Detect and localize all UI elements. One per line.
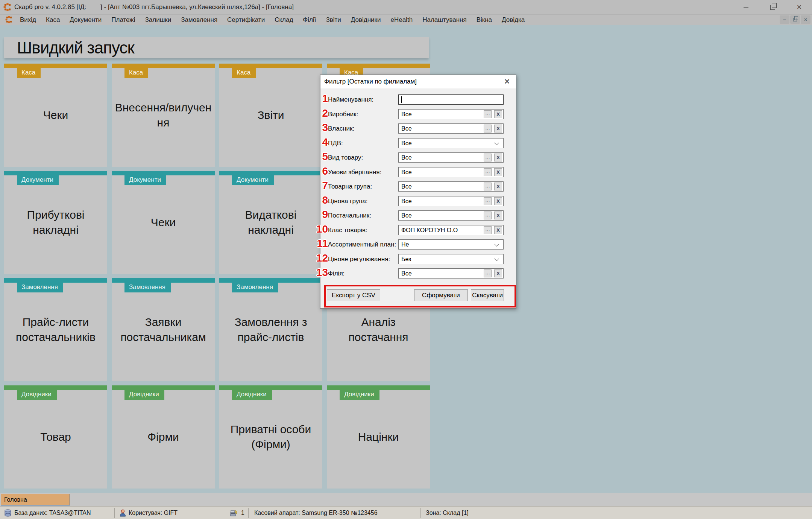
menu-item[interactable]: eHealth bbox=[386, 15, 418, 25]
menu-items: ВихідКасаДокументиПлатежіЗалишкиЗамовлен… bbox=[15, 15, 530, 25]
clear-x-button[interactable]: X bbox=[494, 154, 502, 161]
menu-item[interactable]: Довідка bbox=[497, 15, 530, 25]
menu-item[interactable]: Платежі bbox=[106, 15, 140, 25]
text-cursor bbox=[401, 96, 402, 103]
dialog-close-button[interactable]: × bbox=[500, 75, 514, 88]
cancel-button[interactable]: Скасувати bbox=[471, 289, 504, 301]
tile[interactable]: КасаЗвіти bbox=[219, 64, 322, 167]
dialog-field-row: 5Вид товару:Все…X bbox=[320, 152, 516, 163]
clear-x-button[interactable]: X bbox=[494, 168, 502, 176]
picker-field[interactable]: Все…X bbox=[398, 210, 504, 221]
picker-field[interactable]: Все…X bbox=[398, 109, 504, 119]
page-title: Швидкий запуск bbox=[17, 37, 134, 58]
clear-x-button[interactable]: X bbox=[494, 197, 502, 205]
menu-item[interactable]: Документи bbox=[65, 15, 106, 25]
menu-item[interactable]: Замовлення bbox=[176, 15, 222, 25]
cash-register-icon bbox=[229, 509, 238, 517]
tab-golovna[interactable]: Головна bbox=[1, 494, 70, 505]
picker-field[interactable]: Все…X bbox=[398, 268, 504, 279]
mdi-minimize-button[interactable]: – bbox=[780, 15, 789, 24]
menu-item[interactable]: Довідники bbox=[346, 15, 386, 25]
tile[interactable]: ДовідникиНацінки bbox=[327, 385, 430, 489]
minimize-icon bbox=[744, 7, 748, 8]
menu-item[interactable]: Каса bbox=[41, 15, 65, 25]
ellipsis-picker-button[interactable]: … bbox=[484, 269, 492, 277]
picker-field[interactable]: Все…X bbox=[398, 123, 504, 134]
tile[interactable]: ДовідникиТовар bbox=[4, 385, 107, 489]
tile[interactable]: ДовідникиПриватні особи (Фірми) bbox=[219, 385, 322, 489]
clear-x-button[interactable]: X bbox=[494, 110, 502, 118]
clear-x-button[interactable]: X bbox=[494, 212, 502, 219]
picker-field[interactable]: Все…X bbox=[398, 196, 504, 206]
tabstrip: Головна bbox=[0, 493, 812, 506]
ellipsis-picker-button[interactable]: … bbox=[484, 212, 492, 219]
form-button[interactable]: Сформувати bbox=[414, 289, 468, 301]
clear-x-button[interactable]: X bbox=[494, 183, 502, 190]
tile-label: Заявки постачальникам bbox=[112, 278, 215, 381]
dialog-field-row: 4ПДВ:Все bbox=[320, 138, 516, 148]
dropdown-field[interactable]: Все bbox=[398, 138, 504, 148]
menu-item[interactable]: Залишки bbox=[140, 15, 176, 25]
clear-x-button[interactable]: X bbox=[494, 226, 502, 234]
mdi-controls: – × bbox=[779, 15, 810, 24]
tile[interactable]: ДокументиЧеки bbox=[112, 171, 215, 274]
tile[interactable]: ЗамовленняПрайс-листи постачальників bbox=[4, 278, 107, 381]
tile[interactable]: ДокументиВидаткові накладні bbox=[219, 171, 322, 274]
restore-icon bbox=[770, 5, 775, 10]
text-input[interactable] bbox=[398, 94, 504, 105]
ellipsis-picker-button[interactable]: … bbox=[484, 183, 492, 190]
dropdown-field[interactable]: Без bbox=[398, 254, 504, 264]
menu-item[interactable]: Вікна bbox=[472, 15, 497, 25]
dialog-field-row: 10Клас товарів:ФОП КОРОТУН О.О…X bbox=[320, 225, 516, 235]
picker-field[interactable]: Все…X bbox=[398, 181, 504, 192]
menu-item[interactable]: Налаштування bbox=[417, 15, 472, 25]
minimize-button[interactable] bbox=[737, 0, 754, 14]
app-logo-icon bbox=[3, 3, 12, 11]
filter-dialog: Фильтр [Остатки по филиалам] × 1Найменув… bbox=[320, 75, 516, 309]
ellipsis-picker-button[interactable]: … bbox=[484, 197, 492, 205]
annotation-number: 3 bbox=[313, 122, 328, 134]
ellipsis-picker-button[interactable]: … bbox=[484, 110, 492, 118]
tile-label: Замовлення з прайс-листів bbox=[219, 278, 322, 381]
status-separator bbox=[114, 508, 115, 518]
tile-label: Чеки bbox=[4, 64, 107, 167]
tile[interactable]: ДокументиПрибуткові накладні bbox=[4, 171, 107, 274]
field-value: Все bbox=[401, 110, 412, 119]
menu-item[interactable]: Сертифікати bbox=[222, 15, 270, 25]
export-csv-button[interactable]: Експорт у CSV bbox=[327, 289, 380, 301]
dialog-title: Фильтр [Остатки по филиалам] bbox=[324, 75, 417, 88]
tile[interactable]: КасаВнесення/вилучен ня bbox=[112, 64, 215, 167]
menu-item[interactable]: Звіти bbox=[321, 15, 346, 25]
field-value: Без bbox=[401, 254, 411, 264]
field-label: Власник: bbox=[328, 123, 354, 134]
app-window: Скарб pro v. 4.0.2.85 [ІД: ] - [Апт №003… bbox=[0, 0, 812, 519]
field-value: Все bbox=[401, 196, 412, 206]
clear-x-button[interactable]: X bbox=[494, 269, 502, 277]
dialog-titlebar[interactable]: Фильтр [Остатки по филиалам] × bbox=[320, 75, 516, 88]
clear-x-button[interactable]: X bbox=[494, 125, 502, 132]
picker-field[interactable]: Все…X bbox=[398, 152, 504, 163]
mdi-restore-button[interactable] bbox=[790, 15, 800, 24]
dialog-field-row: 2Виробник:Все…X bbox=[320, 109, 516, 119]
tile[interactable]: ЗамовленняЗаявки постачальникам bbox=[112, 278, 215, 381]
picker-field[interactable]: ФОП КОРОТУН О.О…X bbox=[398, 225, 504, 235]
ellipsis-picker-button[interactable]: … bbox=[484, 154, 492, 161]
ellipsis-picker-button[interactable]: … bbox=[484, 226, 492, 234]
field-label: Товарна група: bbox=[328, 181, 372, 192]
tile[interactable]: КасаЧеки bbox=[4, 64, 107, 167]
menu-item[interactable]: Склад bbox=[270, 15, 298, 25]
picker-field[interactable]: Все…X bbox=[398, 167, 504, 177]
window-title: Скарб pro v. 4.0.2.85 [ІД: ] - [Апт №003… bbox=[14, 0, 294, 14]
ellipsis-picker-button[interactable]: … bbox=[484, 125, 492, 132]
close-button[interactable]: × bbox=[791, 0, 808, 14]
mdi-close-button[interactable]: × bbox=[801, 15, 810, 24]
tile[interactable]: ДовідникиФірми bbox=[112, 385, 215, 489]
annotation-number: 1 bbox=[313, 93, 328, 105]
menu-item[interactable]: Філії bbox=[298, 15, 321, 25]
dropdown-field[interactable]: Не bbox=[398, 239, 504, 250]
restore-button[interactable] bbox=[764, 0, 781, 14]
field-value: Все bbox=[401, 167, 412, 177]
menu-item[interactable]: Вихід bbox=[15, 15, 41, 25]
tile[interactable]: ЗамовленняЗамовлення з прайс-листів bbox=[219, 278, 322, 381]
ellipsis-picker-button[interactable]: … bbox=[484, 168, 492, 176]
